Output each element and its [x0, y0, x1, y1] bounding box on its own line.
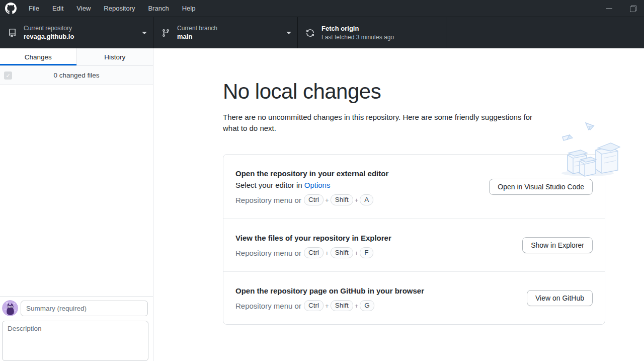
suggestion-title: View the files of your repository in Exp… — [235, 232, 391, 244]
key-shift: Shift — [331, 300, 353, 311]
fetch-origin-button[interactable]: Fetch origin Last fetched 3 minutes ago — [298, 17, 446, 48]
menu-branch[interactable]: Branch — [141, 0, 175, 17]
key-f: F — [360, 247, 373, 258]
select-all-checkbox[interactable]: ✓ — [4, 71, 12, 80]
repo-icon — [8, 29, 17, 37]
suggestion-text: Select your editor in — [235, 181, 304, 189]
fetch-origin-label: Fetch origin — [321, 24, 440, 33]
sidebar: Changes History ✓ 0 changed files — [0, 48, 153, 361]
current-repository-dropdown[interactable]: Current repository revaga.github.io — [0, 17, 153, 48]
menu-help[interactable]: Help — [176, 0, 202, 17]
key-shift: Shift — [331, 194, 353, 205]
window-controls — [598, 0, 644, 17]
suggestion-open-editor: Open the repository in your external edi… — [223, 155, 605, 219]
plus-separator: + — [325, 249, 329, 257]
restore-button[interactable] — [621, 0, 644, 17]
minimize-icon — [606, 8, 612, 9]
toolbar: Current repository revaga.github.io Curr… — [0, 17, 644, 48]
plus-separator: + — [325, 196, 329, 204]
view-on-github-button[interactable]: View on GitHub — [527, 290, 593, 306]
tab-changes[interactable]: Changes — [0, 48, 76, 65]
page-title: No local changes — [223, 80, 605, 104]
git-branch-icon — [162, 29, 170, 37]
changed-files-count: 0 changed files — [54, 71, 100, 79]
current-branch-dropdown[interactable]: Current branch main — [153, 17, 298, 48]
menu-edit[interactable]: Edit — [46, 0, 70, 17]
plus-separator: + — [355, 196, 359, 204]
restore-icon — [630, 6, 635, 11]
suggestion-list: Open the repository in your external edi… — [223, 154, 605, 325]
tab-history[interactable]: History — [76, 48, 153, 65]
github-logo-icon — [5, 3, 17, 14]
plus-separator: + — [355, 302, 359, 310]
shortcut-prefix: Repository menu or — [235, 249, 301, 257]
suggestion-title: Open the repository in your external edi… — [235, 168, 388, 179]
chevron-down-icon — [142, 32, 147, 34]
open-in-vscode-button[interactable]: Open in Visual Studio Code — [489, 179, 593, 195]
toolbar-empty-area — [446, 17, 644, 48]
key-ctrl: Ctrl — [304, 247, 324, 258]
last-fetched-text: Last fetched 3 minutes ago — [321, 33, 440, 41]
shortcut-prefix: Repository menu or — [235, 302, 301, 310]
github-desktop-window: File Edit View Repository Branch Help — [0, 0, 644, 361]
avatar — [2, 300, 18, 316]
sidebar-tabs: Changes History — [0, 48, 153, 66]
suggestion-view-github: Open the repository page on GitHub in yo… — [223, 271, 605, 324]
key-ctrl: Ctrl — [304, 300, 324, 311]
key-g: G — [360, 300, 374, 311]
commit-summary-input[interactable] — [21, 301, 148, 316]
titlebar: File Edit View Repository Branch Help — [0, 0, 644, 17]
paper-stack-illustration — [551, 119, 627, 181]
plus-separator: + — [325, 302, 329, 310]
key-shift: Shift — [331, 247, 353, 258]
menu-file[interactable]: File — [22, 0, 46, 17]
page-subtitle: There are no uncommitted changes in this… — [223, 112, 537, 134]
menubar: File Edit View Repository Branch Help — [22, 0, 202, 17]
current-branch-label: Current branch — [177, 24, 282, 32]
minimize-button[interactable] — [598, 0, 621, 17]
commit-description-input[interactable] — [2, 321, 148, 361]
options-link[interactable]: Options — [304, 181, 331, 189]
show-in-explorer-button[interactable]: Show in Explorer — [522, 237, 593, 253]
main-panel: No local changes There are no uncommitte… — [153, 48, 644, 361]
sync-icon — [306, 29, 314, 37]
suggestion-title: Open the repository page on GitHub in yo… — [235, 285, 424, 297]
key-a: A — [360, 194, 373, 205]
plus-separator: + — [355, 249, 359, 257]
menu-repository[interactable]: Repository — [97, 0, 141, 17]
suggestion-show-explorer: View the files of your repository in Exp… — [223, 219, 605, 271]
chevron-down-icon — [286, 32, 291, 34]
file-list — [0, 85, 153, 296]
current-branch-name: main — [177, 32, 282, 41]
changed-files-header: ✓ 0 changed files — [0, 66, 153, 85]
key-ctrl: Ctrl — [304, 194, 324, 205]
shortcut-prefix: Repository menu or — [235, 196, 301, 204]
commit-form — [0, 296, 153, 361]
menu-view[interactable]: View — [70, 0, 97, 17]
current-repository-name: revaga.github.io — [24, 32, 138, 41]
current-repository-label: Current repository — [24, 24, 138, 32]
